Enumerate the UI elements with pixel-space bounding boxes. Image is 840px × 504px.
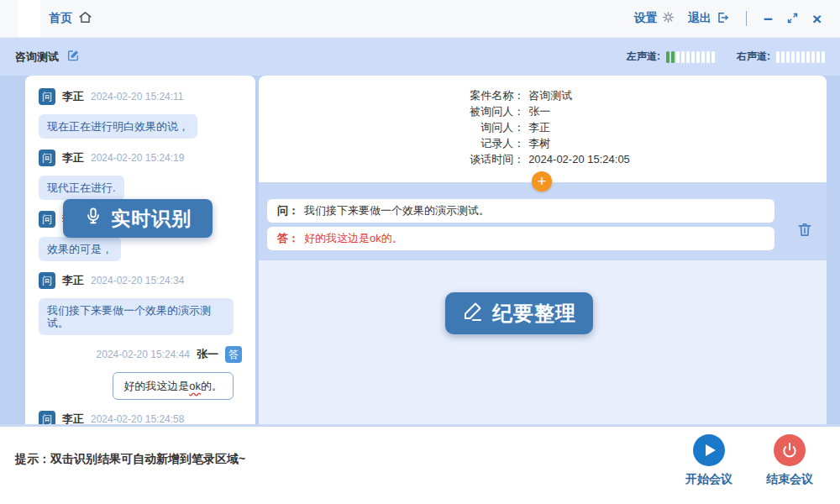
left-channel-label: 左声道: bbox=[627, 50, 660, 64]
app-window: 首页 设置 退出 − × bbox=[0, 0, 840, 504]
qa-record-section: 问：我们接下来要做一个效果的演示测试。答：好的我这边是ok的。 bbox=[259, 182, 827, 260]
message-time: 2024-02-20 15:24:19 bbox=[91, 152, 184, 164]
main-area: 问李正2024-02-20 15:24:11现在正在进行明白效果的说，问李正20… bbox=[0, 76, 840, 424]
start-meeting-label: 开始会议 bbox=[685, 472, 732, 487]
meter-bar bbox=[686, 51, 690, 63]
session-title: 咨询测试 bbox=[15, 50, 59, 65]
meter-bar bbox=[781, 51, 785, 63]
realtime-recognition-button[interactable]: 实时识别 bbox=[63, 199, 213, 238]
home-icon bbox=[78, 10, 92, 27]
chat-message: 2024-02-20 15:24:44张一答好的我这边是ok的。 bbox=[39, 345, 242, 400]
form-value: 李树 bbox=[528, 135, 550, 151]
topbar-tab-highlight bbox=[18, 0, 40, 37]
exit-label: 退出 bbox=[688, 11, 711, 26]
answer-badge: 答 bbox=[225, 346, 242, 363]
meter-bar bbox=[816, 51, 820, 63]
qa-prefix: 答： bbox=[277, 231, 299, 246]
message-speaker: 李正 bbox=[62, 412, 84, 424]
chat-message-list: 问李正2024-02-20 15:24:11现在正在进行明白效果的说，问李正20… bbox=[39, 87, 242, 424]
message-speaker: 李正 bbox=[62, 89, 84, 104]
meter-bar bbox=[776, 51, 780, 63]
form-value: 李正 bbox=[528, 119, 550, 135]
left-channel-meter bbox=[666, 51, 715, 63]
right-channel-label: 右声道: bbox=[737, 50, 770, 64]
meter-bar bbox=[696, 51, 700, 63]
qa-record-row[interactable]: 答：好的我这边是ok的。 bbox=[267, 227, 774, 250]
settings-label: 设置 bbox=[634, 11, 658, 26]
form-row: 询问人：李正 bbox=[455, 119, 630, 135]
form-value: 咨询测试 bbox=[528, 87, 572, 103]
message-time: 2024-02-20 15:24:34 bbox=[91, 275, 184, 286]
end-meeting-label: 结束会议 bbox=[766, 472, 813, 487]
message-bubble[interactable]: 好的我这边是ok的。 bbox=[113, 372, 234, 400]
meter-bar bbox=[786, 51, 790, 63]
message-time: 2024-02-20 15:24:58 bbox=[91, 413, 184, 424]
message-bubble[interactable]: 现在正在进行明白效果的说， bbox=[39, 114, 197, 139]
microphone-icon bbox=[84, 207, 102, 230]
delete-record-icon[interactable] bbox=[796, 221, 813, 238]
meter-bar bbox=[701, 51, 705, 63]
minimize-button[interactable]: − bbox=[764, 11, 773, 27]
chat-message: 问李正2024-02-20 15:24:19现代正在进行. bbox=[39, 149, 242, 200]
question-badge: 问 bbox=[39, 411, 55, 424]
start-meeting-button[interactable]: 开始会议 bbox=[685, 434, 732, 487]
meter-bar bbox=[811, 51, 815, 63]
meter-bar bbox=[671, 51, 675, 63]
chat-message: 问李正2024-02-20 15:24:58然后我们现在。 bbox=[39, 410, 242, 424]
meter-bar bbox=[806, 51, 810, 63]
footer-bar: 提示：双击识别结果可自动新增到笔录区域~ 开始会议 结束会议 bbox=[0, 424, 840, 504]
meter-bar bbox=[796, 51, 800, 63]
summary-organize-button[interactable]: 纪要整理 bbox=[445, 292, 593, 334]
qa-record-row[interactable]: 问：我们接下来要做一个效果的演示测试。 bbox=[267, 199, 774, 223]
maximize-button[interactable] bbox=[786, 11, 799, 27]
message-bubble[interactable]: 现代正在进行. bbox=[39, 176, 124, 200]
form-row: 记录人：李树 bbox=[455, 135, 630, 151]
play-icon bbox=[693, 434, 725, 466]
meter-bar bbox=[711, 51, 715, 63]
message-time: 2024-02-20 15:24:11 bbox=[91, 91, 184, 102]
form-row: 被询问人：张一 bbox=[455, 103, 630, 119]
question-badge: 问 bbox=[39, 272, 55, 289]
qa-text: 好的我这边是ok的。 bbox=[304, 231, 403, 246]
transcript-panel: 问李正2024-02-20 15:24:11现在正在进行明白效果的说，问李正20… bbox=[25, 76, 255, 424]
meter-bar bbox=[666, 51, 669, 63]
form-label: 询问人： bbox=[455, 119, 524, 135]
qa-prefix: 问： bbox=[277, 203, 299, 218]
settings-button[interactable]: 设置 bbox=[634, 11, 675, 26]
message-bubble[interactable]: 我们接下来要做一个效果的演示测试。 bbox=[39, 298, 234, 335]
question-badge: 问 bbox=[39, 88, 55, 105]
question-badge: 问 bbox=[39, 211, 55, 228]
qa-text: 我们接下来要做一个效果的演示测试。 bbox=[304, 203, 490, 218]
form-value: 2024-02-20 15:24:05 bbox=[528, 151, 630, 167]
message-speaker: 张一 bbox=[197, 347, 218, 362]
record-panel: 案件名称：咨询测试被询问人：张一询问人：李正记录人：李树谈话时间：2024-02… bbox=[259, 76, 827, 424]
add-record-button[interactable]: + bbox=[532, 171, 552, 192]
meter-bar bbox=[822, 51, 825, 63]
form-label: 谈话时间： bbox=[455, 151, 524, 167]
topbar-actions: 设置 退出 − × bbox=[634, 11, 822, 27]
close-button[interactable]: × bbox=[812, 11, 822, 27]
case-info-form: 案件名称：咨询测试被询问人：张一询问人：李正记录人：李树谈话时间：2024-02… bbox=[259, 76, 827, 182]
meter-bar bbox=[791, 51, 795, 63]
form-row: 案件名称：咨询测试 bbox=[455, 87, 630, 103]
form-value: 张一 bbox=[528, 103, 550, 119]
logout-icon bbox=[716, 11, 729, 27]
meter-bar bbox=[691, 51, 695, 63]
message-time: 2024-02-20 15:24:44 bbox=[97, 349, 190, 360]
summary-section: 纪要整理 bbox=[259, 260, 827, 424]
message-bubble[interactable]: 效果的可是， bbox=[39, 237, 121, 261]
home-link[interactable]: 首页 bbox=[49, 10, 92, 27]
end-meeting-button[interactable]: 结束会议 bbox=[766, 434, 813, 487]
form-label: 记录人： bbox=[455, 135, 524, 151]
session-title-bar: 咨询测试 左声道: 右声道: bbox=[0, 38, 840, 76]
exit-button[interactable]: 退出 bbox=[688, 11, 729, 27]
top-bar: 首页 设置 退出 − × bbox=[0, 0, 840, 38]
meter-bar bbox=[681, 51, 685, 63]
form-label: 案件名称： bbox=[455, 87, 524, 103]
power-icon bbox=[774, 434, 806, 466]
edit-session-icon[interactable] bbox=[66, 49, 80, 65]
summary-label: 纪要整理 bbox=[492, 300, 576, 327]
realtime-label: 实时识别 bbox=[111, 206, 192, 232]
question-badge: 问 bbox=[39, 150, 55, 166]
meter-bar bbox=[706, 51, 710, 63]
